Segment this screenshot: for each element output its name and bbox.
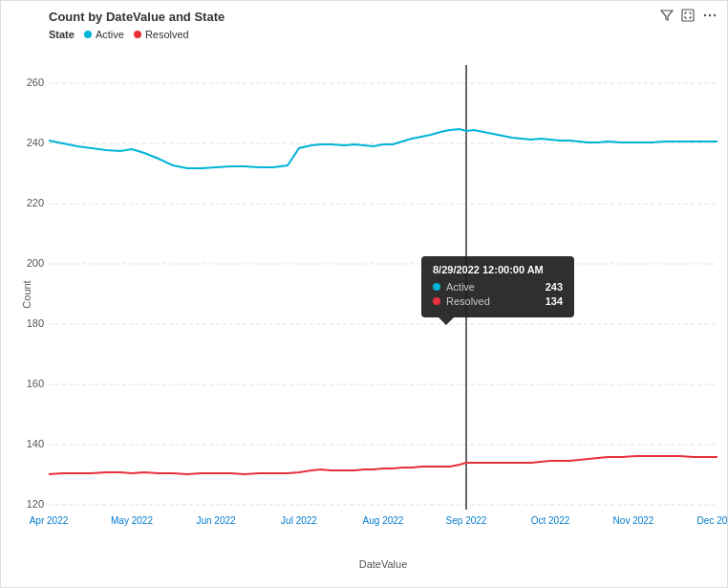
expand-icon[interactable] bbox=[681, 9, 695, 25]
resolved-line bbox=[49, 456, 717, 474]
svg-text:Sep 2022: Sep 2022 bbox=[446, 515, 487, 526]
legend-dot-active bbox=[84, 31, 92, 38]
chart-header: Count by DateValue and State bbox=[49, 9, 717, 25]
svg-text:220: 220 bbox=[27, 197, 44, 208]
svg-point-1 bbox=[704, 14, 706, 16]
svg-text:Dec 2022: Dec 2022 bbox=[697, 515, 728, 526]
legend-label-resolved: Resolved bbox=[145, 29, 189, 40]
svg-text:Jun 2022: Jun 2022 bbox=[196, 515, 236, 526]
svg-text:Apr 2022: Apr 2022 bbox=[30, 515, 69, 526]
y-axis-label: Count bbox=[21, 280, 32, 308]
svg-text:Aug 2022: Aug 2022 bbox=[363, 515, 404, 526]
svg-point-2 bbox=[709, 14, 711, 16]
svg-text:240: 240 bbox=[27, 137, 44, 148]
legend-label-active: Active bbox=[96, 29, 124, 40]
svg-text:Nov 2022: Nov 2022 bbox=[613, 515, 654, 526]
svg-rect-0 bbox=[682, 10, 694, 21]
svg-point-3 bbox=[714, 14, 716, 16]
chart-legend: State Active Resolved bbox=[49, 29, 717, 40]
svg-text:160: 160 bbox=[27, 378, 44, 389]
svg-text:180: 180 bbox=[27, 317, 44, 329]
legend-item-resolved: Resolved bbox=[134, 29, 189, 40]
svg-text:May 2022: May 2022 bbox=[111, 515, 153, 526]
chart-container: Count by DateValue and State bbox=[0, 0, 728, 588]
chart-title: Count by DateValue and State bbox=[49, 10, 225, 24]
legend-item-active: Active bbox=[84, 29, 124, 40]
svg-text:200: 200 bbox=[27, 257, 44, 269]
x-axis-label: DateValue bbox=[359, 558, 408, 570]
chart-svg: 120 140 160 180 200 220 240 260 Apr 2022… bbox=[49, 46, 717, 543]
svg-text:260: 260 bbox=[27, 76, 44, 88]
legend-dot-resolved bbox=[134, 31, 141, 38]
svg-text:140: 140 bbox=[27, 438, 44, 449]
legend-state-label: State bbox=[49, 29, 75, 40]
active-line bbox=[49, 129, 717, 168]
chart-area: Count DateValue 120 140 160 180 200 220 … bbox=[49, 46, 717, 543]
more-options-icon[interactable] bbox=[702, 9, 717, 25]
svg-text:Jul 2022: Jul 2022 bbox=[281, 515, 317, 526]
svg-text:120: 120 bbox=[27, 498, 44, 510]
chart-icons bbox=[660, 9, 717, 25]
svg-text:Oct 2022: Oct 2022 bbox=[531, 515, 570, 526]
filter-icon[interactable] bbox=[660, 9, 674, 25]
